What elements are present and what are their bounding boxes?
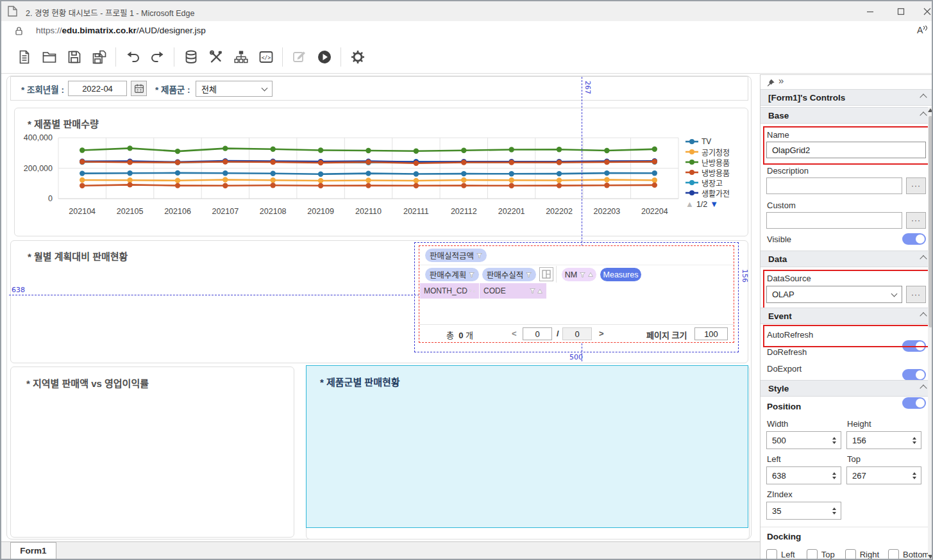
database-icon[interactable]: [183, 49, 199, 65]
save-as-icon[interactable]: [92, 49, 107, 65]
filter-icon[interactable]: [476, 253, 482, 258]
custom-more-button[interactable]: ···: [906, 212, 926, 229]
lock-icon[interactable]: [14, 25, 24, 37]
calendar-button[interactable]: [131, 81, 147, 96]
grid-measures-pill[interactable]: Measures: [600, 268, 641, 281]
series-point[interactable]: [461, 171, 466, 176]
series-point[interactable]: [509, 177, 514, 183]
dock-top-checkbox[interactable]: [807, 549, 818, 560]
tools-icon[interactable]: [208, 49, 224, 65]
zindex-input[interactable]: 35: [766, 502, 841, 520]
series-point[interactable]: [175, 149, 180, 154]
series-point[interactable]: [414, 171, 419, 176]
new-document-icon[interactable]: [17, 49, 32, 65]
series-point[interactable]: [175, 178, 180, 183]
left-input[interactable]: 638: [766, 466, 841, 484]
pager-next-button[interactable]: >: [599, 329, 604, 338]
series-point[interactable]: [414, 161, 419, 166]
grid-layout-button[interactable]: [539, 267, 553, 281]
series-point[interactable]: [223, 145, 228, 151]
filter-icon[interactable]: [530, 288, 535, 293]
series-point[interactable]: [652, 183, 657, 188]
series-point[interactable]: [652, 177, 657, 183]
grid-page-pill[interactable]: 판매실적금액: [425, 249, 487, 262]
series-point[interactable]: [604, 160, 609, 165]
series-point[interactable]: [80, 177, 85, 183]
grid-column-pill[interactable]: 판매수실적: [482, 268, 536, 281]
series-point[interactable]: [271, 177, 276, 183]
section-data-header[interactable]: Data: [761, 251, 933, 267]
series-point[interactable]: [80, 159, 85, 164]
read-aloud-icon[interactable]: A: [917, 25, 927, 35]
series-point[interactable]: [318, 183, 323, 188]
series-point[interactable]: [127, 170, 132, 176]
series-point[interactable]: [604, 170, 609, 176]
dorefresh-toggle[interactable]: [902, 369, 926, 381]
series-point[interactable]: [366, 160, 371, 165]
undo-icon[interactable]: [125, 49, 140, 65]
pager-prev-button[interactable]: <: [512, 329, 517, 338]
series-point[interactable]: [557, 183, 562, 188]
form-tab[interactable]: Form1: [10, 542, 56, 559]
series-point[interactable]: [461, 148, 466, 153]
dock-right-checkbox[interactable]: [845, 549, 856, 560]
series-point[interactable]: [271, 160, 276, 165]
stepper-arrows[interactable]: [912, 432, 916, 449]
autorefresh-toggle[interactable]: [902, 340, 926, 352]
sales-chart-card[interactable]: * 제품별 판매수량 400,000200,000020210420210520…: [14, 108, 748, 236]
grid-row-header-cell[interactable]: MONTH_CD: [420, 283, 479, 299]
dock-bottom-checkbox[interactable]: [888, 549, 899, 560]
series-point[interactable]: [366, 183, 371, 188]
scrollbar-thumb[interactable]: [929, 116, 932, 327]
series-point[interactable]: [223, 159, 228, 164]
section-base-header[interactable]: Base: [761, 107, 933, 124]
width-input[interactable]: 500: [766, 431, 841, 449]
code-icon[interactable]: </>: [258, 49, 274, 65]
date-filter-input[interactable]: 2022-04: [68, 81, 127, 96]
stepper-arrows[interactable]: [912, 467, 916, 484]
series-point[interactable]: [127, 182, 132, 187]
collapse-panel-icon[interactable]: »: [778, 75, 784, 86]
filter-icon[interactable]: [526, 272, 532, 277]
series-point[interactable]: [271, 147, 276, 152]
series-point[interactable]: [175, 170, 180, 176]
series-point[interactable]: [366, 148, 371, 153]
sort-icon[interactable]: [588, 272, 593, 277]
legend-page-up-icon[interactable]: ▲: [685, 199, 694, 209]
series-point[interactable]: [604, 177, 609, 182]
scrollbar-down-arrow[interactable]: [928, 555, 933, 559]
series-point[interactable]: [366, 177, 371, 183]
series-point[interactable]: [80, 147, 85, 152]
series-point[interactable]: [318, 178, 323, 183]
open-folder-icon[interactable]: [42, 49, 57, 65]
pin-icon[interactable]: [766, 78, 775, 88]
series-point[interactable]: [557, 160, 562, 165]
series-point[interactable]: [509, 160, 514, 165]
description-input[interactable]: [766, 177, 902, 194]
legend-item[interactable]: 공기청정: [685, 147, 730, 157]
series-point[interactable]: [652, 170, 657, 176]
series-point[interactable]: [414, 178, 419, 183]
scrollbar-up-arrow[interactable]: [928, 108, 933, 112]
datasource-select[interactable]: OLAP: [766, 286, 902, 303]
series-point[interactable]: [509, 183, 514, 188]
series-point[interactable]: [557, 177, 562, 183]
series-point[interactable]: [318, 160, 323, 165]
top-input[interactable]: 267: [846, 466, 921, 484]
url-text[interactable]: https://edu.bimatrix.co.kr/AUD/designer.…: [36, 26, 206, 35]
legend-item[interactable]: TV: [685, 136, 730, 147]
settings-gear-icon[interactable]: [350, 49, 366, 65]
stepper-arrows[interactable]: [832, 432, 836, 449]
legend-item[interactable]: 난방용품: [685, 157, 730, 167]
name-input[interactable]: OlapGrid2: [766, 142, 926, 158]
series-point[interactable]: [223, 170, 228, 176]
address-bar[interactable]: https://edu.bimatrix.co.kr/AUD/designer.…: [1, 21, 932, 41]
visible-toggle[interactable]: [902, 233, 926, 245]
series-point[interactable]: [175, 183, 180, 188]
series-point[interactable]: [604, 148, 609, 153]
run-icon[interactable]: [317, 49, 332, 65]
grid-column-pill[interactable]: 판매수계획: [425, 268, 479, 281]
legend-item[interactable]: 냉방용품: [685, 167, 730, 177]
stepper-arrows[interactable]: [832, 502, 836, 519]
series-point[interactable]: [557, 171, 562, 176]
